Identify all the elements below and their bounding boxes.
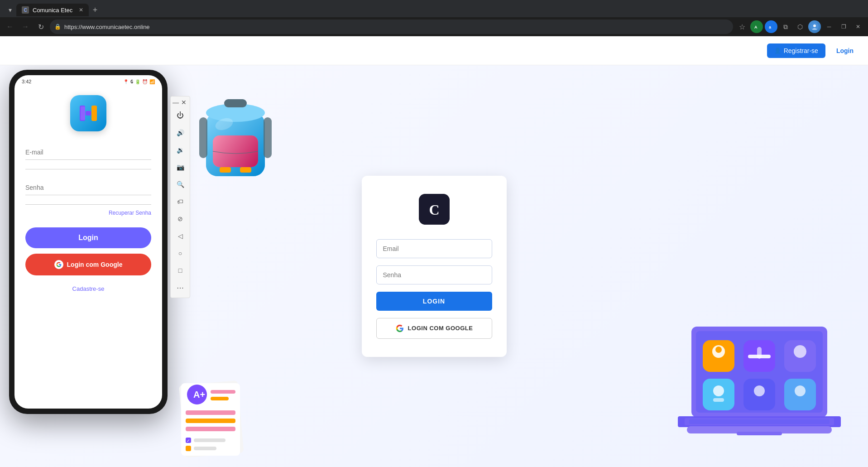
extensions-btn[interactable]: ⧉ [779, 20, 792, 33]
svg-rect-49 [757, 347, 762, 359]
restore-window-btn[interactable]: ❐ [837, 20, 850, 33]
toolbar-tag-btn[interactable]: 🏷 [172, 193, 188, 210]
phone-time: 3:42 [22, 79, 31, 84]
nav-bar: ← → ↻ 🔒 ☆ A a ⧉ ⬡ ─ ❐ ✕ [0, 17, 868, 36]
extension-btn-1[interactable]: A [750, 20, 763, 33]
tab-favicon: C [22, 6, 29, 14]
browser-chrome: ▾ C Comunica Etec ✕ + ← → ↻ 🔒 ☆ A a [0, 0, 868, 36]
svg-rect-30 [186, 410, 235, 415]
extension-btn-2[interactable]: a [765, 20, 777, 33]
phone-password-field-wrapper [25, 180, 151, 205]
site-header: 👤 Registrar-se Login [0, 36, 868, 65]
svg-rect-28 [211, 390, 235, 394]
lock-icon: 🔒 [54, 24, 61, 30]
laptop-decoration [678, 318, 868, 467]
tab-bar-left: ▾ [4, 4, 16, 16]
phone-status-icons: 📍 G 🔋 ⏰ 📶 [123, 79, 155, 84]
new-tab-btn[interactable]: + [89, 4, 101, 16]
logo-bubble-svg: C [419, 194, 450, 225]
phone-google-btn[interactable]: Login com Google [25, 254, 151, 275]
toolbar-minimize-btn[interactable]: — [172, 98, 180, 106]
svg-rect-37 [194, 447, 216, 450]
phone-mockup: 3:42 📍 G 🔋 ⏰ 📶 [9, 70, 168, 414]
svg-rect-59 [737, 432, 782, 435]
login-submit-btn[interactable]: LOGIN [376, 292, 492, 311]
toolbar-apps-btn[interactable]: □ [172, 262, 188, 279]
profile-avatar[interactable] [808, 20, 821, 33]
svg-rect-57 [689, 419, 830, 424]
toolbar-zoom-btn[interactable]: 🔍 [172, 176, 188, 193]
svg-point-5 [813, 24, 816, 27]
tab-dropdown-btn[interactable]: ▾ [4, 4, 16, 16]
svg-rect-7 [86, 111, 91, 116]
phone-email-input[interactable] [25, 145, 151, 160]
toolbar-camera-btn[interactable]: 📷 [172, 159, 188, 175]
register-btn[interactable]: 👤 Registrar-se [767, 43, 825, 58]
toolbar-back-btn[interactable]: ◁ [172, 228, 188, 244]
toolbar-volume-up-btn[interactable]: 🔊 [172, 125, 188, 141]
svg-rect-32 [186, 427, 235, 431]
toolbar-eraser-btn[interactable]: ⊘ [172, 211, 188, 227]
svg-text:A: A [754, 25, 758, 29]
phone-register-wrapper: Cadastre-se [25, 284, 151, 293]
toolbar-volume-down-btn[interactable]: 🔉 [172, 142, 188, 158]
bookmark-btn[interactable]: ☆ [736, 20, 748, 33]
register-label: Registrar-se [784, 47, 818, 54]
svg-rect-18 [220, 167, 231, 173]
phone-app-icon-svg [77, 102, 100, 125]
svg-rect-36 [194, 438, 225, 442]
phone-app-icon [70, 95, 106, 131]
login-email-input[interactable] [376, 239, 492, 258]
toolbar-close-btn[interactable]: ✕ [180, 98, 188, 106]
active-tab[interactable]: C Comunica Etec ✕ [16, 4, 89, 16]
back-btn[interactable]: ← [4, 20, 16, 33]
phone-status-bar: 3:42 📍 G 🔋 ⏰ 📶 [14, 75, 162, 86]
phone-form: Recuperar Senha Login Login com Google C… [14, 145, 162, 293]
login-card: C C LOGIN [362, 176, 507, 357]
svg-point-51 [713, 385, 724, 396]
svg-point-50 [794, 345, 806, 358]
main-content: 3:42 📍 G 🔋 ⏰ 📶 [0, 65, 868, 467]
phone-password-input[interactable] [25, 180, 151, 195]
report-svg: A+ ✓ [177, 376, 247, 462]
toolbar-home-btn[interactable]: ○ [172, 245, 188, 261]
profile-sync-btn[interactable]: ⬡ [794, 20, 806, 33]
svg-rect-17 [264, 117, 272, 158]
toolbar-more-btn[interactable]: ⋯ [172, 279, 188, 296]
url-bar[interactable] [50, 19, 733, 34]
phone-app-icon-area [14, 95, 162, 131]
svg-rect-9 [81, 106, 85, 120]
svg-rect-16 [199, 117, 207, 158]
nav-right-icons: ☆ A a ⧉ ⬡ ─ ❐ ✕ [736, 20, 864, 33]
minimize-window-btn[interactable]: ─ [823, 20, 835, 33]
recover-password-link[interactable]: Recuperar Senha [109, 210, 151, 216]
svg-text:A+: A+ [193, 390, 205, 400]
phone-screen: 3:42 📍 G 🔋 ⏰ 📶 [14, 75, 162, 409]
app-logo: C C [419, 194, 450, 225]
svg-rect-13 [224, 99, 247, 107]
svg-rect-29 [211, 397, 229, 400]
reload-btn[interactable]: ↻ [34, 20, 47, 33]
svg-rect-35 [186, 446, 191, 451]
url-bar-wrapper: 🔒 [50, 19, 733, 34]
svg-point-54 [795, 385, 806, 396]
backpack-decoration [192, 90, 278, 188]
laptop-svg [678, 318, 868, 467]
svg-rect-52 [713, 398, 724, 402]
close-window-btn[interactable]: ✕ [852, 20, 864, 33]
svg-point-47 [715, 347, 722, 353]
google-login-btn[interactable]: LOGIN COM GOOGLE [376, 318, 492, 339]
svg-text:C: C [429, 202, 439, 218]
toolbar-header: — ✕ [171, 98, 190, 106]
login-password-input[interactable] [376, 265, 492, 284]
phone-register-link[interactable]: Cadastre-se [72, 285, 105, 292]
forward-btn[interactable]: → [19, 20, 32, 33]
backpack-svg [192, 90, 278, 188]
tab-close-btn[interactable]: ✕ [79, 7, 83, 13]
phone-email-field-wrapper [25, 145, 151, 169]
login-header-btn[interactable]: Login [831, 43, 859, 58]
phone-login-btn[interactable]: Login [25, 227, 151, 248]
svg-rect-8 [91, 106, 97, 121]
svg-rect-19 [240, 167, 251, 173]
toolbar-power-btn[interactable]: ⏻ [172, 107, 188, 124]
